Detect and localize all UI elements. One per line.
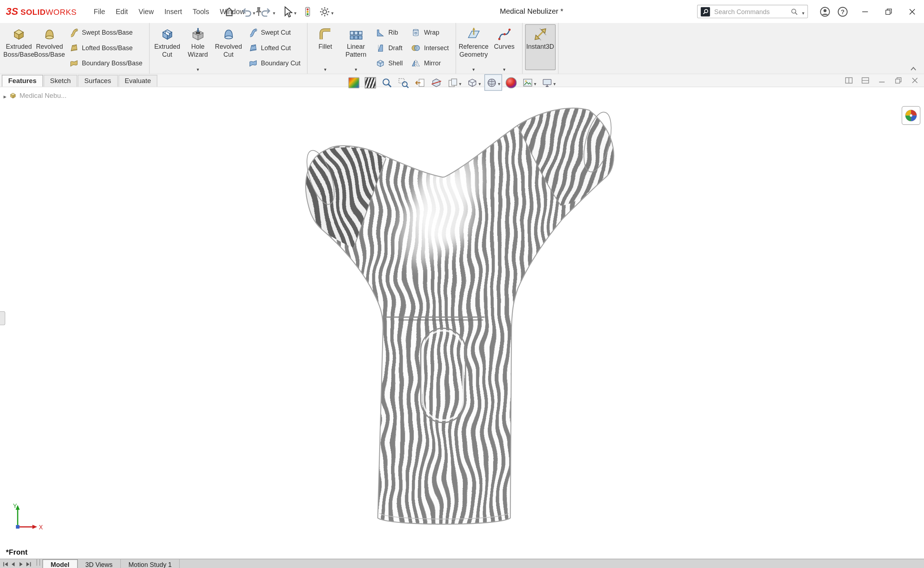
dropdown-arrow-icon[interactable] xyxy=(503,63,506,70)
rebuild-button[interactable] xyxy=(300,5,315,18)
menu-view[interactable]: View xyxy=(133,5,159,18)
dropdown-arrow-icon[interactable] xyxy=(324,63,327,70)
search-input[interactable] xyxy=(713,7,788,15)
dropdown-arrow-icon[interactable] xyxy=(355,63,357,70)
dropdown-arrow-icon[interactable] xyxy=(554,77,556,88)
dropdown-arrow-icon[interactable] xyxy=(479,77,481,88)
boundary-boss-base-button[interactable]: Boundary Boss/Base xyxy=(66,55,145,70)
dropdown-arrow-icon[interactable] xyxy=(459,77,462,88)
tab-evaluate[interactable]: Evaluate xyxy=(118,75,157,87)
options-dropdown-arrow[interactable] xyxy=(331,6,334,17)
previous-tab-icon[interactable] xyxy=(10,561,17,568)
tab-surfaces[interactable]: Surfaces xyxy=(78,75,118,87)
apply-scene-button[interactable] xyxy=(520,74,538,91)
extruded-cut-button[interactable]: ExtrudedCut xyxy=(152,24,183,70)
boundary-cut-button[interactable]: Boundary Cut xyxy=(245,55,303,70)
zebra-stripes-button[interactable] xyxy=(363,74,378,91)
graphics-area[interactable]: Medical Nebu... Y X *Front xyxy=(0,88,924,559)
undo-button[interactable] xyxy=(239,5,257,18)
search-commands-box[interactable] xyxy=(697,5,808,18)
hole-wizard-button[interactable]: HoleWizard xyxy=(182,24,213,70)
doc-restore-icon[interactable] xyxy=(894,76,903,85)
feature-pane-splitter[interactable] xyxy=(0,311,5,325)
restore-button[interactable] xyxy=(877,0,900,23)
quick-access-toolbar xyxy=(222,0,335,23)
rib-button[interactable]: Rib xyxy=(372,25,406,40)
minimize-button[interactable] xyxy=(853,0,877,23)
display-style-button[interactable] xyxy=(485,74,502,91)
search-dropdown-arrow[interactable] xyxy=(802,6,805,17)
search-magnifier-icon[interactable] xyxy=(790,7,798,15)
draft-button[interactable]: Draft xyxy=(372,40,406,55)
menu-edit[interactable]: Edit xyxy=(110,5,133,18)
help-icon[interactable]: ? xyxy=(836,6,849,18)
select-dropdown-arrow[interactable] xyxy=(294,6,296,17)
model-zebra-view[interactable] xyxy=(0,88,924,559)
shell-button[interactable]: Shell xyxy=(372,55,406,70)
orientation-sphere-button[interactable] xyxy=(901,106,920,125)
reference-geometry-button[interactable]: ReferenceGeometry xyxy=(458,24,489,70)
undo-dropdown-arrow[interactable] xyxy=(253,6,255,17)
revolved-boss-base-button[interactable]: RevolvedBoss/Base xyxy=(34,24,65,70)
current-view-label: *Front xyxy=(6,548,27,556)
zoom-to-area-button[interactable] xyxy=(396,74,411,91)
section-view-button[interactable] xyxy=(429,74,444,91)
curves-button[interactable]: Curves xyxy=(489,24,519,70)
zoom-to-fit-button[interactable] xyxy=(379,74,394,91)
linear-pattern-button[interactable]: LinearPattern xyxy=(341,24,371,70)
account-icon[interactable] xyxy=(819,6,831,18)
search-logo-icon xyxy=(701,7,710,16)
intersect-button[interactable]: Intersect xyxy=(408,40,452,55)
curves-icon xyxy=(497,26,512,42)
dropdown-arrow-icon[interactable] xyxy=(498,77,500,88)
tree-expand-arrow[interactable] xyxy=(4,90,6,101)
swept-boss-base-button[interactable]: Swept Boss/Base xyxy=(66,25,145,40)
redo-dropdown-arrow[interactable] xyxy=(273,6,275,17)
bottom-tabs: Model3D ViewsMotion Study 1 xyxy=(42,559,180,568)
doc-minimize-icon[interactable] xyxy=(877,76,886,85)
last-tab-icon[interactable] xyxy=(25,561,32,568)
lofted-cut-button[interactable]: Lofted Cut xyxy=(245,40,303,55)
tile-windows-icon[interactable] xyxy=(861,76,870,85)
menu-file[interactable]: File xyxy=(89,5,110,18)
select-tool-button[interactable] xyxy=(279,4,298,19)
edit-appearance-gradient-button[interactable] xyxy=(347,74,361,91)
edit-appearance-color-button[interactable] xyxy=(504,74,518,91)
menu-tools[interactable]: Tools xyxy=(187,5,214,18)
bottom-tab-3d-views[interactable]: 3D Views xyxy=(78,559,121,568)
revolved-cut-button[interactable]: RevolvedCut xyxy=(213,24,244,70)
close-button[interactable] xyxy=(901,0,924,23)
view-orientation-button[interactable] xyxy=(465,74,483,91)
dropdown-arrow-icon[interactable] xyxy=(534,77,537,88)
extruded-boss-base-button[interactable]: ExtrudedBoss/Base xyxy=(4,24,34,70)
tab-sketch[interactable]: Sketch xyxy=(44,75,77,87)
first-tab-icon[interactable] xyxy=(3,561,9,568)
bottom-tab-motion-study-1[interactable]: Motion Study 1 xyxy=(121,559,180,568)
lofted-boss-base-button[interactable]: Lofted Boss/Base xyxy=(66,40,145,55)
split-pane-icon[interactable] xyxy=(845,76,853,85)
bottom-tab-model[interactable]: Model xyxy=(42,559,78,568)
home-button[interactable] xyxy=(222,5,237,18)
doc-close-icon[interactable] xyxy=(910,76,919,85)
home-icon xyxy=(223,6,236,18)
mirror-icon xyxy=(411,58,421,68)
tab-splitter-handle[interactable] xyxy=(36,559,40,566)
swept-cut-button[interactable]: Swept Cut xyxy=(245,25,303,40)
next-tab-icon[interactable] xyxy=(18,561,24,568)
instant3d-button[interactable]: Instant3D xyxy=(525,24,556,70)
fillet-button[interactable]: Fillet xyxy=(310,24,341,70)
ribbon-sections: ExtrudedBoss/BaseRevolvedBoss/BaseSwept … xyxy=(0,23,924,74)
menu-insert[interactable]: Insert xyxy=(159,5,187,18)
mirror-button[interactable]: Mirror xyxy=(408,55,452,70)
dropdown-arrow-icon[interactable] xyxy=(472,63,475,70)
dynamic-annotation-views-button[interactable] xyxy=(445,74,463,91)
previous-view-button[interactable] xyxy=(412,74,427,91)
tab-features[interactable]: Features xyxy=(2,75,43,87)
feature-tree-root-label[interactable]: Medical Nebu... xyxy=(20,92,66,99)
dropdown-arrow-icon[interactable] xyxy=(197,63,199,70)
redo-button[interactable] xyxy=(258,5,277,18)
options-button[interactable] xyxy=(317,5,335,18)
view-settings-button[interactable] xyxy=(540,74,557,91)
ribbon-collapse-button[interactable] xyxy=(909,64,919,73)
wrap-button[interactable]: Wrap xyxy=(408,25,452,40)
